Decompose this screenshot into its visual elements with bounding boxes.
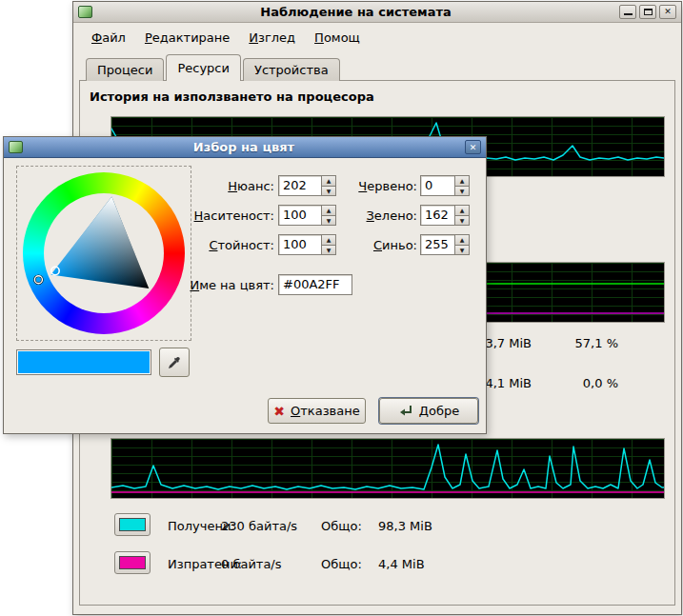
sent-total: 4,4 MiB — [378, 557, 425, 571]
color-preview-frame — [16, 349, 151, 375]
close-button[interactable]: ✕ — [659, 5, 676, 19]
red-spinner: ▲ ▼ — [455, 175, 470, 196]
value-spinner: ▲ ▼ — [322, 234, 336, 255]
red-spin-up-icon[interactable]: ▲ — [455, 175, 470, 186]
saturation-spin-down-icon[interactable]: ▼ — [322, 215, 336, 227]
cancel-button[interactable]: ✖ Отказване — [268, 398, 366, 424]
received-color-button[interactable] — [114, 513, 151, 536]
dialog-controls: ✕ — [465, 140, 481, 154]
cancel-icon: ✖ — [273, 405, 285, 418]
value-label: Стойност: — [151, 238, 274, 252]
cpu-history-heading: История на използването на процесора — [90, 89, 374, 104]
dialog-title: Избор на цвят — [28, 140, 460, 154]
color-preview — [18, 351, 150, 373]
green-input[interactable]: 162 — [420, 205, 455, 226]
sent-color-button[interactable] — [114, 551, 151, 574]
main-titlebar[interactable]: Наблюдение на системата ✕ — [73, 2, 681, 23]
tab-devices[interactable]: Устройства — [243, 58, 340, 81]
maximize-button[interactable] — [639, 5, 656, 19]
ok-button[interactable]: Добре — [379, 398, 478, 424]
blue-spin-up-icon[interactable]: ▲ — [455, 234, 470, 245]
value-spin-down-icon[interactable]: ▼ — [322, 245, 336, 256]
saturation-spin-up-icon[interactable]: ▲ — [322, 205, 336, 215]
eyedropper-button[interactable] — [159, 348, 190, 377]
notebook-tabs: Процеси Ресурси Устройства — [86, 55, 342, 81]
green-spin-down-icon[interactable]: ▼ — [455, 215, 470, 227]
desktop: Наблюдение на системата ✕ Файл Редактира… — [0, 0, 683, 616]
green-spinner: ▲ ▼ — [455, 205, 470, 226]
value-input[interactable]: 100 — [278, 234, 322, 255]
color-name-label: Име на цвят: — [151, 278, 274, 292]
saturation-input[interactable]: 100 — [278, 205, 322, 226]
received-swatch-fill — [119, 518, 146, 531]
red-spin-down-icon[interactable]: ▼ — [455, 186, 470, 197]
ok-icon — [398, 405, 413, 418]
tab-resources[interactable]: Ресурси — [166, 54, 241, 81]
received-rate: 230 байта/s — [221, 519, 297, 533]
hue-input[interactable]: 202 — [278, 175, 322, 196]
hsv-triangle[interactable] — [23, 172, 185, 334]
color-name-input[interactable]: #00A2FF — [278, 274, 352, 295]
green-spin-up-icon[interactable]: ▲ — [455, 205, 470, 215]
swap-percent: 0,0 % — [552, 376, 618, 390]
sent-rate: 0 байта/s — [221, 557, 282, 571]
saturation-spinner: ▲ ▼ — [322, 205, 336, 226]
blue-spinner: ▲ ▼ — [455, 234, 470, 255]
color-picker-dialog: Избор на цвят ✕ — [3, 136, 487, 434]
net-received-line — [111, 445, 664, 489]
menubar: Файл Редактиране Изглед Помощ — [82, 27, 370, 49]
saturation-label: Наситеност: — [151, 209, 274, 223]
blue-input[interactable]: 255 — [420, 234, 455, 255]
received-total-label: Общо: — [321, 519, 362, 533]
close-icon: ✕ — [664, 8, 672, 16]
dialog-icon — [9, 141, 23, 153]
network-history-chart — [110, 438, 665, 499]
app-icon — [78, 6, 92, 18]
ok-label: Добре — [419, 404, 459, 418]
maximize-icon — [644, 9, 653, 15]
blue-label: Синьо: — [341, 238, 417, 252]
eyedropper-icon — [166, 354, 183, 371]
memory-percent: 57,1 % — [552, 336, 618, 350]
minimize-icon — [624, 13, 633, 15]
cancel-label: Отказване — [291, 404, 360, 418]
window-title: Наблюдение на системата — [97, 5, 614, 19]
value-spin-up-icon[interactable]: ▲ — [322, 234, 336, 245]
window-controls: ✕ — [619, 5, 676, 19]
menu-view[interactable]: Изглед — [239, 27, 305, 49]
dialog-close-icon: ✕ — [470, 143, 477, 152]
sent-swatch-fill — [119, 556, 146, 569]
menu-edit[interactable]: Редактиране — [135, 27, 239, 49]
hue-spin-up-icon[interactable]: ▲ — [322, 175, 336, 186]
dialog-content: Нюанс: 202 ▲ ▼ Наситеност: 100 ▲ ▼ Стойн… — [4, 158, 486, 433]
dialog-close-button[interactable]: ✕ — [465, 140, 481, 154]
hue-spinner: ▲ ▼ — [322, 175, 336, 196]
hue-spin-down-icon[interactable]: ▼ — [322, 186, 336, 197]
green-label: Зелено: — [341, 209, 417, 223]
tab-processes[interactable]: Процеси — [86, 58, 164, 81]
dialog-titlebar[interactable]: Избор на цвят ✕ — [4, 137, 486, 158]
menu-help[interactable]: Помощ — [305, 27, 370, 49]
red-label: Червено: — [341, 179, 417, 193]
received-total: 98,3 MiB — [378, 519, 432, 533]
menu-file[interactable]: Файл — [82, 27, 135, 49]
blue-spin-down-icon[interactable]: ▼ — [455, 245, 470, 256]
red-input[interactable]: 0 — [420, 175, 455, 196]
sent-total-label: Общо: — [321, 557, 362, 571]
minimize-button[interactable] — [619, 5, 636, 19]
hue-label: Нюанс: — [151, 179, 274, 193]
